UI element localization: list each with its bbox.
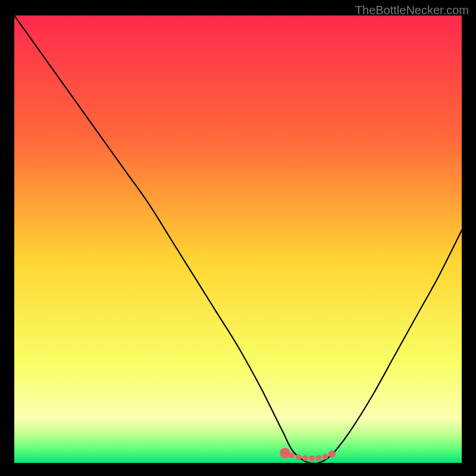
optimal-marker — [328, 450, 336, 458]
optimal-marker — [315, 455, 321, 461]
optimal-marker — [280, 447, 290, 458]
optimal-marker — [296, 454, 302, 460]
gradient-background — [14, 15, 462, 463]
plot-area — [14, 15, 462, 463]
optimal-marker — [322, 453, 328, 459]
bottleneck-chart — [14, 15, 462, 463]
optimal-marker — [289, 452, 295, 458]
optimal-marker — [302, 455, 308, 461]
optimal-marker — [309, 455, 315, 461]
chart-frame: TheBottleNecker.com — [0, 0, 476, 476]
